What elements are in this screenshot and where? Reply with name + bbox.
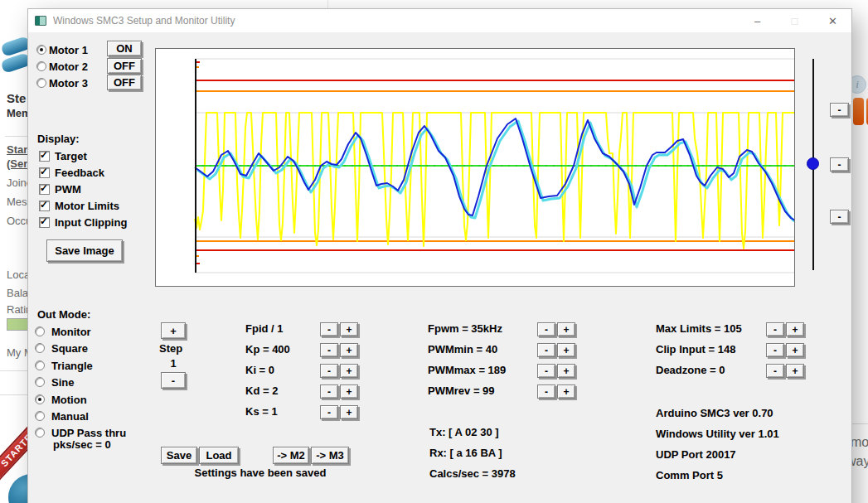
display-motor-limits-label: Motor Limits [55,200,119,212]
clip-input-label: Clip Input = 148 [656,343,735,355]
comm-port: Comm Port 5 [656,469,723,481]
clip-input-plus-button[interactable]: + [786,343,804,357]
kd-minus-button[interactable]: - [320,385,338,399]
send-to-m3-button[interactable]: -> M3 [311,447,349,464]
out-mode-monitor-label: Monitor [51,326,91,338]
max-limits-minus-button[interactable]: - [766,322,784,336]
max-limits-label: Max Limits = 105 [656,322,742,335]
out-mode-manual-label: Manual [51,410,89,423]
deadzone-plus-button[interactable]: + [786,364,804,378]
bg-heading: Ste [7,91,26,105]
out-mode-udp-label: UDP Pass thru [51,427,126,439]
check-icon: ✓ [40,149,48,161]
deadzone-minus-button[interactable]: - [766,364,784,378]
fpid-plus-button[interactable]: + [340,322,358,336]
bg-progress-fill [7,319,29,330]
close-button[interactable]: ✕ [814,9,851,32]
fpwm-plus-button[interactable]: + [557,322,575,336]
bg-text-location: Loca [7,268,30,281]
out-mode-monitor-radio[interactable] [35,326,45,336]
deadzone-label: Deadzone = 0 [656,364,725,376]
bg-logo-fragment [2,40,30,70]
kp-minus-button[interactable]: - [320,343,338,357]
pwmrev-minus-button[interactable]: - [537,385,555,399]
display-pwm-checkbox[interactable]: ✓ [39,184,50,195]
scope-svg [156,49,794,286]
ki-plus-button[interactable]: + [340,364,358,378]
kp-label: Kp = 400 [245,343,290,355]
screen: Ste Mem Star (Ser Joine Mess Occu Loca B… [0,0,868,503]
maximize-button: □ [776,9,813,32]
bg-box-border [5,136,27,137]
out-mode-section-label: Out Mode: [37,308,90,321]
motor-2-radio[interactable] [36,61,46,71]
kp-plus-button[interactable]: + [340,343,358,357]
load-button[interactable]: Load [199,447,239,464]
pwmmax-label: PWMmax = 189 [428,364,506,376]
ks-minus-button[interactable]: - [320,405,338,419]
motor-1-on-button[interactable]: ON [107,41,142,56]
tx-status: Tx: [ A 02 30 ] [429,426,499,438]
out-mode-sine-radio[interactable] [35,377,45,387]
scope-panel [155,48,795,287]
pwmmax-minus-button[interactable]: - [537,364,555,378]
motor-2-off-button[interactable]: OFF [107,58,142,74]
motor-1-radio[interactable] [36,45,46,55]
send-to-m2-button[interactable]: -> M2 [273,447,309,464]
bg-divider-2 [0,394,27,395]
settings-status-message: Settings have been saved [169,467,352,479]
display-pwm-label: PWM [55,183,81,196]
motor-1-label: Motor 1 [49,44,88,56]
out-mode-square-radio[interactable] [35,343,45,353]
pwmmin-label: PWMmin = 40 [428,343,497,355]
pks-per-sec-label: pks/sec = 0 [53,438,111,451]
bg-orange-button-1[interactable] [853,98,864,125]
check-icon: ✓ [40,215,48,227]
out-mode-motion-radio[interactable] [35,394,45,404]
bg-link-2[interactable]: (Ser [7,157,27,170]
display-target-checkbox[interactable]: ✓ [39,151,50,162]
out-mode-manual-radio[interactable] [35,411,45,421]
display-motor-limits-checkbox[interactable]: ✓ [39,201,50,211]
save-button[interactable]: Save [161,447,197,464]
arduino-version: Arduino SMC3 ver 0.70 [656,407,773,419]
ks-plus-button[interactable]: + [340,405,358,419]
save-image-button[interactable]: Save Image [46,239,123,262]
check-icon: ✓ [40,182,48,194]
step-minus-button[interactable]: - [161,372,186,389]
minimize-button[interactable]: – [739,9,776,32]
display-input-clipping-checkbox[interactable]: ✓ [39,217,50,228]
position-slider-handle[interactable] [807,157,819,170]
bg-text-mo: mo [851,435,868,450]
display-section-label: Display: [37,133,80,145]
step-plus-button[interactable]: + [161,322,186,339]
ks-label: Ks = 1 [245,405,278,418]
out-mode-motion-label: Motion [51,394,87,406]
out-mode-udp-radio[interactable] [35,428,45,438]
motor-3-off-button[interactable]: OFF [107,75,142,90]
bg-link-1[interactable]: Star [7,143,27,156]
fpid-minus-button[interactable]: - [320,322,338,336]
motor-3-radio[interactable] [36,78,46,88]
slider-minus-button-bottom[interactable]: - [830,210,849,224]
pwmmin-minus-button[interactable]: - [537,343,555,357]
slider-minus-button-top[interactable]: - [830,103,849,117]
ki-minus-button[interactable]: - [320,364,338,378]
app-window: Windows SMC3 Setup and Monitor Utility –… [27,8,852,503]
kd-plus-button[interactable]: + [340,385,358,399]
out-mode-triangle-radio[interactable] [35,360,45,370]
pwmmin-plus-button[interactable]: + [557,343,575,357]
fpwm-minus-button[interactable]: - [537,322,555,336]
motor-3-label: Motor 3 [49,77,88,89]
clip-input-minus-button[interactable]: - [766,343,784,357]
display-feedback-checkbox[interactable]: ✓ [39,167,50,178]
max-limits-plus-button[interactable]: + [786,322,804,336]
out-mode-triangle-label: Triangle [51,360,93,372]
pwmmax-plus-button[interactable]: + [557,364,575,378]
kd-label: Kd = 2 [245,385,278,397]
ki-label: Ki = 0 [245,364,274,376]
title-bar[interactable]: Windows SMC3 Setup and Monitor Utility [28,9,851,32]
out-mode-sine-label: Sine [51,376,74,389]
pwmrev-plus-button[interactable]: + [557,385,575,399]
slider-minus-button-middle[interactable]: - [830,157,849,172]
